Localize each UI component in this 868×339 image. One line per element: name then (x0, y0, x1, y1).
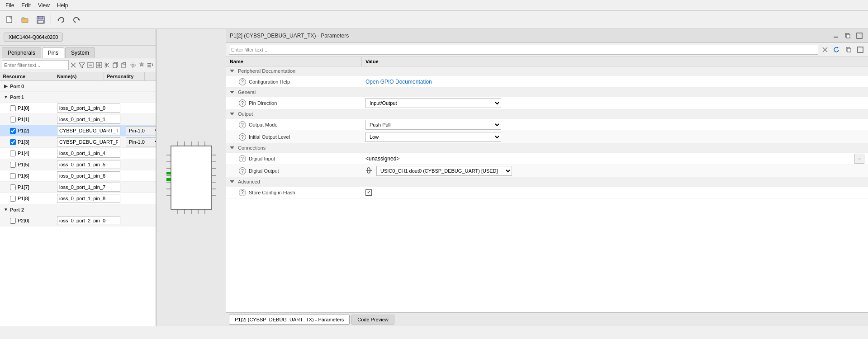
open-button[interactable] (18, 13, 33, 27)
p12-personality-select[interactable]: Pin-1.0 (126, 126, 156, 135)
right-filter-input[interactable] (229, 45, 818, 55)
redo-button[interactable] (69, 13, 84, 27)
p11-name-input[interactable] (57, 115, 120, 124)
p12-checkbox[interactable] (10, 128, 16, 134)
tab-pins[interactable]: Pins (42, 47, 64, 58)
store-config-value: ✓ (362, 188, 868, 197)
digital-input-help[interactable]: ? (239, 155, 246, 162)
p12-name-input[interactable] (57, 126, 120, 135)
p11-checkbox[interactable] (10, 117, 16, 122)
section-peripheral-doc: Peripheral Documentation (226, 66, 868, 76)
bottom-tab-bar: P1[2] (CYBSP_DEBUG_UART_TX) - Parameters… (226, 312, 868, 326)
p20-name-input[interactable] (57, 216, 120, 225)
paste-button[interactable] (121, 60, 128, 70)
port1-expand[interactable]: ▼ (3, 94, 9, 100)
expand-button[interactable] (95, 60, 103, 70)
p16-name-input[interactable] (57, 171, 120, 180)
p13-personality-select[interactable]: Pin-1.0 (126, 137, 156, 146)
p15-name (54, 159, 123, 170)
digital-input-ellipsis[interactable]: ··· (854, 154, 864, 164)
maximize-button[interactable] (854, 31, 864, 41)
table-row: ? Configuration Help Open GPIO Documenta… (226, 76, 868, 88)
output-mode-select[interactable]: Push Pull Open Drain Open Source (365, 120, 501, 130)
bottom-tab-code-preview[interactable]: Code Preview (351, 315, 394, 325)
toolbar (0, 11, 868, 29)
close-filter-button[interactable] (146, 60, 154, 70)
p20-checkbox[interactable] (10, 218, 16, 224)
section-output-triangle[interactable] (230, 113, 234, 115)
p10-checkbox[interactable] (10, 105, 16, 111)
port2-expand[interactable]: ▼ (3, 207, 9, 213)
right-panel-header: P1[2] (CYBSP_DEBUG_UART_TX) - Parameters (226, 29, 868, 43)
col-names: Name(s) (54, 72, 104, 80)
resource-table: ▶ Port 0 ▼ Port 1 P1[0] (0, 81, 156, 326)
restore-button[interactable] (843, 31, 853, 41)
open-gpio-doc-link[interactable]: Open GPIO Documentation (365, 79, 432, 85)
save-button[interactable] (33, 13, 48, 27)
config-button[interactable] (129, 60, 137, 70)
menu-file[interactable]: File (2, 1, 18, 9)
initial-output-level-help[interactable]: ? (239, 133, 246, 141)
collapse-button[interactable] (87, 60, 95, 70)
digital-output-select[interactable]: USIC0_CH1 dout0 (CYBSP_DEBUG_UART) [USED… (376, 166, 512, 176)
p18-name (54, 193, 123, 204)
refresh-button[interactable] (832, 45, 842, 55)
p14-name-input[interactable] (57, 149, 120, 158)
p15-name-input[interactable] (57, 160, 120, 169)
tab-peripherals[interactable]: Peripherals (2, 47, 41, 58)
right-maximize-btn[interactable] (855, 45, 865, 55)
filter-input[interactable] (2, 60, 69, 70)
p16-checkbox[interactable] (10, 173, 16, 179)
p14-checkbox[interactable] (10, 151, 16, 156)
p10-name-input[interactable] (57, 104, 120, 113)
p18-personality (123, 198, 156, 199)
p14-personality (123, 152, 156, 154)
pin-direction-select[interactable]: Input/Output Input Output (365, 98, 501, 108)
p18-checkbox[interactable] (10, 196, 16, 202)
port0-personality (104, 85, 145, 87)
menu-help[interactable]: Help (53, 1, 72, 9)
store-config-help[interactable]: ? (239, 189, 246, 196)
p18-name-input[interactable] (57, 194, 120, 203)
port0-expand[interactable]: ▶ (3, 83, 9, 89)
right-restore-btn[interactable] (844, 45, 854, 55)
settings-button[interactable] (138, 60, 145, 70)
initial-output-level-select[interactable]: Low High (365, 132, 501, 142)
minimize-button[interactable] (831, 31, 841, 41)
section-connections-triangle[interactable] (230, 146, 234, 149)
section-general-label: General (226, 88, 362, 97)
p13-checkbox[interactable] (10, 139, 16, 145)
port2-resource: ▼ Port 2 (0, 206, 54, 214)
cut-button[interactable] (104, 60, 111, 70)
tab-system[interactable]: System (65, 47, 95, 58)
p17-name-input[interactable] (57, 183, 120, 192)
store-config-checkbox[interactable]: ✓ (365, 189, 372, 196)
bottom-tab-parameters[interactable]: P1[2] (CYBSP_DEBUG_UART_TX) - Parameters (229, 315, 350, 325)
section-advanced-triangle[interactable] (230, 180, 234, 183)
menu-edit[interactable]: Edit (18, 1, 34, 9)
right-filter-clear[interactable] (820, 45, 830, 55)
svg-rect-61 (857, 33, 862, 38)
config-help-icon[interactable]: ? (239, 78, 246, 85)
initial-output-level-name: ? Initial Output Level (226, 132, 362, 142)
list-item: P1[1] (0, 114, 156, 125)
pin-diagram (162, 132, 221, 223)
new-button[interactable] (3, 13, 17, 27)
menu-view[interactable]: View (34, 1, 53, 9)
p15-checkbox[interactable] (10, 162, 16, 168)
undo-button[interactable] (54, 13, 68, 27)
p17-checkbox[interactable] (10, 184, 16, 190)
pin-direction-help[interactable]: ? (239, 99, 246, 107)
store-config-name: ? Store Config in Flash (226, 187, 362, 198)
digital-output-help[interactable]: ? (239, 167, 246, 174)
clear-filter-button[interactable] (70, 60, 77, 70)
section-general-triangle[interactable] (230, 91, 234, 94)
output-mode-help[interactable]: ? (239, 121, 246, 128)
filter-button[interactable] (78, 60, 86, 70)
list-item[interactable]: P1[2] Pin-1.0 (0, 125, 156, 137)
device-tab[interactable]: XMC1404-Q064x0200 (4, 33, 63, 42)
section-peripheral-doc-triangle[interactable] (230, 70, 234, 72)
copy-button[interactable] (112, 60, 120, 70)
list-item: P1[6] (0, 170, 156, 182)
p13-name-input[interactable] (57, 137, 120, 146)
